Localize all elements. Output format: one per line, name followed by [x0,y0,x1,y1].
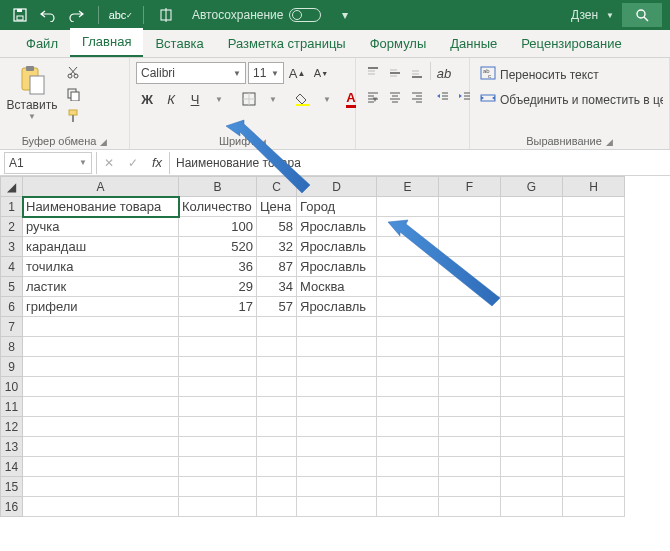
svg-marker-54 [388,220,500,306]
annotation-arrows [0,0,670,551]
svg-marker-53 [226,120,310,193]
